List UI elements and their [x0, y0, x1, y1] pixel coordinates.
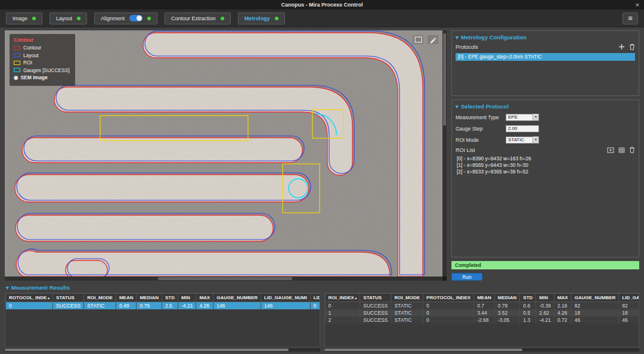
- column-header-min[interactable]: MIN: [178, 294, 196, 302]
- tab-alignment[interactable]: Alignment: [94, 13, 157, 24]
- roi-list-item[interactable]: [2] - x=8533 y=9365 w=39 h=52: [456, 169, 635, 175]
- viewer-vertical-scrollbar[interactable]: [442, 30, 447, 277]
- edit-roi-button[interactable]: [428, 35, 438, 44]
- roi-list-item[interactable]: [1] - x=8565 y=9443 w=30 h=30: [456, 162, 635, 169]
- column-header-min[interactable]: MIN: [536, 294, 554, 302]
- table-cell: 0.49: [116, 302, 137, 310]
- roi-list-item[interactable]: [0] - x=8390 y=9432 w=163 h=26: [456, 156, 635, 162]
- column-header-status[interactable]: STATUS: [360, 294, 391, 302]
- alignment-toggle[interactable]: [129, 15, 143, 21]
- sem-viewport[interactable]: Contour Contour Layout ROI Gauges [SUCCE…: [5, 30, 447, 281]
- hamburger-menu-icon[interactable]: ≡: [623, 13, 638, 24]
- table-row[interactable]: 0SUCCESSSTATIC00.70.780.6-0.392.1682820: [325, 302, 639, 310]
- metrology-configuration-header[interactable]: ▾ Metrology Configuration: [456, 34, 635, 41]
- protocol-table-scrollbar[interactable]: [5, 348, 320, 352]
- viewer-tools: [413, 35, 438, 44]
- table-cell: 0.6: [520, 302, 536, 310]
- table-cell: 2.5: [162, 302, 178, 310]
- selected-protocol-header[interactable]: ▾ Selected Protocol: [456, 103, 635, 110]
- table-cell: SUCCESS: [53, 302, 84, 310]
- run-button[interactable]: Run: [451, 273, 482, 281]
- legend-item-label: Gauges [SUCCESS]: [23, 67, 70, 73]
- table-cell: 0: [325, 302, 360, 310]
- measurement-results-header[interactable]: ▾ Measurement Results: [6, 284, 639, 291]
- viewer-horizontal-scrollbar[interactable]: [5, 277, 442, 281]
- column-header-lid_gauge_numi[interactable]: LID_GAUGE_NUMI: [261, 294, 311, 302]
- table-cell: 46: [571, 316, 619, 324]
- roi-list[interactable]: [0] - x=8390 y=9432 w=163 h=26 [1] - x=8…: [456, 156, 635, 254]
- add-roi-button[interactable]: [607, 147, 614, 153]
- measurement-type-select[interactable]: EPE ▾: [506, 114, 539, 121]
- table-cell: 4.26: [554, 309, 571, 316]
- column-header-mean[interactable]: MEAN: [474, 294, 495, 302]
- column-header-rotocol_inde[interactable]: ROTOCOL_INDE ▴: [6, 294, 53, 302]
- legend-item-sem-image[interactable]: ◉ SEM Image: [14, 74, 70, 80]
- table-cell: 46: [619, 316, 639, 324]
- contour-swatch-icon: [14, 46, 20, 50]
- delete-roi-button[interactable]: [629, 147, 635, 153]
- table-cell: 0: [6, 302, 53, 310]
- tab-metrology[interactable]: Metrology: [238, 13, 285, 24]
- layout-swatch-icon: [14, 53, 20, 57]
- grid-icon: [618, 147, 625, 153]
- column-header-mean[interactable]: MEAN: [116, 294, 137, 302]
- protocols-label: Protocols: [456, 44, 478, 50]
- column-header-median[interactable]: MEDIAN: [494, 294, 520, 302]
- roi-mode-select[interactable]: STATIC ▾: [506, 136, 539, 144]
- scrollbar-thumb[interactable]: [443, 33, 446, 126]
- column-header-max[interactable]: MAX: [554, 294, 571, 302]
- tab-image[interactable]: Image: [6, 13, 42, 24]
- protocol-list[interactable]: [0] - EPE gauge_step=2.0nm STATIC: [456, 53, 635, 92]
- table-cell: STATIC: [391, 316, 423, 324]
- table-row[interactable]: 1SUCCESSSTATIC03.443.520.52.624.2618180: [325, 309, 639, 316]
- select-region-button[interactable]: [413, 35, 423, 44]
- add-protocol-button[interactable]: [618, 44, 625, 50]
- legend-item-gauges[interactable]: Gauges [SUCCESS]: [14, 67, 70, 73]
- column-header-gauge_number[interactable]: GAUGE_NUMBER: [571, 294, 619, 302]
- window-title: Canopus - Mira Process Control: [281, 2, 363, 8]
- legend-title: Contour: [14, 37, 70, 43]
- protocol-results-clip: ROTOCOL_INDE ▴STATUSROI_MODEMEANMEDIANST…: [5, 293, 320, 347]
- tab-layout[interactable]: Layout: [49, 13, 87, 24]
- column-header-median[interactable]: MEDIAN: [137, 294, 162, 302]
- table-cell: 18: [619, 309, 639, 316]
- legend-item-layout[interactable]: Layout: [14, 52, 70, 58]
- table-cell: 82: [619, 302, 639, 310]
- column-header-roi_mode[interactable]: ROI_MODE: [84, 294, 116, 302]
- scrollbar-thumb[interactable]: [324, 349, 523, 351]
- column-header-roi_mode[interactable]: ROI_MODE: [391, 294, 423, 302]
- radio-selected-icon: ◉: [14, 74, 18, 80]
- legend-item-contour[interactable]: Contour: [14, 45, 70, 51]
- marquee-rect-icon: [414, 36, 422, 43]
- column-header-lid_gauge_numb[interactable]: LID_GAUGE_NUMB: [619, 294, 639, 302]
- table-row[interactable]: 2SUCCESSSTATIC0-2.68-3.051.3-4.210.72464…: [325, 316, 639, 324]
- tab-contour-extraction[interactable]: Contour Extraction: [165, 13, 231, 24]
- column-header-protocol_index[interactable]: PROTOCOL_INDEX: [423, 294, 474, 302]
- column-header-roi_index[interactable]: ROI_INDEX ▴: [325, 294, 360, 302]
- column-header-max[interactable]: MAX: [196, 294, 213, 302]
- table-row[interactable]: 0SUCCESSSTATIC0.490.782.5-4.214.26146146…: [6, 302, 320, 310]
- section-title: Measurement Results: [11, 284, 70, 291]
- column-header-status[interactable]: STATUS: [53, 294, 84, 302]
- protocols-actions: [618, 44, 635, 50]
- column-header-std[interactable]: STD: [162, 294, 178, 302]
- edit-roi-grid-button[interactable]: [618, 147, 625, 153]
- close-icon[interactable]: ×: [636, 0, 639, 10]
- scrollbar-thumb[interactable]: [5, 349, 289, 351]
- scrollbar-thumb[interactable]: [158, 277, 292, 280]
- protocol-list-item[interactable]: [0] - EPE gauge_step=2.0nm STATIC: [456, 53, 635, 61]
- status-dot-icon: [32, 17, 36, 20]
- delete-protocol-button[interactable]: [629, 44, 635, 50]
- chevron-down-icon: ▾: [456, 34, 459, 41]
- roi-table-scrollbar[interactable]: [324, 348, 640, 352]
- table-cell: 82: [571, 302, 619, 310]
- table-cell: 4.26: [196, 302, 213, 310]
- measurement-type-row: Measurement Type EPE ▾: [456, 113, 635, 121]
- legend-item-roi[interactable]: ROI: [14, 60, 70, 66]
- column-header-std[interactable]: STD: [520, 294, 536, 302]
- roi-list-actions: [607, 147, 635, 153]
- column-header-lid_gauge_num[interactable]: LID_GAUGE_NUM: [310, 294, 320, 302]
- trash-icon: [629, 44, 635, 50]
- gauge-step-input[interactable]: [506, 125, 539, 132]
- column-header-gauge_number[interactable]: GAUGE_NUMBER: [213, 294, 261, 302]
